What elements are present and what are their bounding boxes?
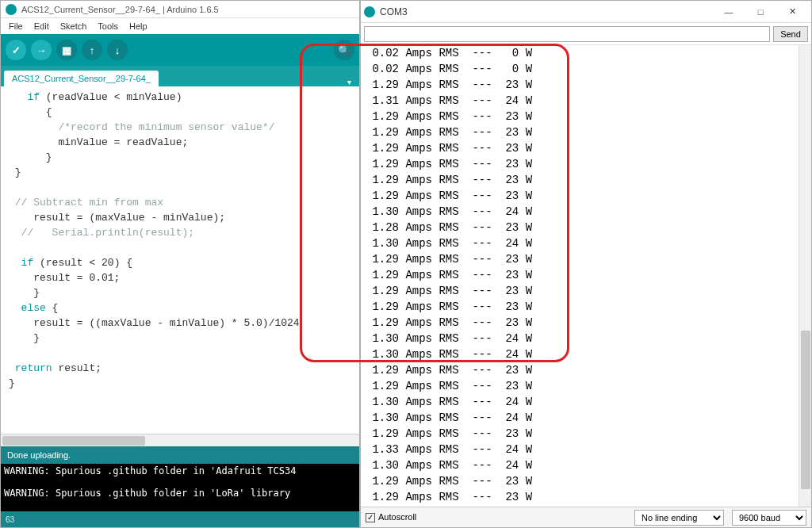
menu-file[interactable]: File: [4, 20, 28, 33]
serial-line: 1.29 Amps RMS --- 23 W: [366, 140, 811, 156]
console-line: WARNING: Spurious .github folder in 'LoR…: [4, 488, 290, 499]
ide-menubar: File Edit Sketch Tools Help: [1, 18, 359, 34]
serial-line: 1.29 Amps RMS --- 23 W: [366, 124, 811, 140]
serial-output[interactable]: 0.02 Amps RMS --- 0 W 0.02 Amps RMS --- …: [361, 45, 811, 507]
arrow-right-icon: →: [36, 44, 47, 56]
serial-monitor-button[interactable]: 🔍: [334, 40, 354, 60]
ide-toolbar: ✓ → ▦ ↑ ↓ 🔍: [1, 34, 359, 66]
menu-tools[interactable]: Tools: [93, 20, 123, 33]
code-text: }: [9, 151, 52, 163]
arduino-ide-window: ACS12_Current_Sensor__29-7-64_ | Arduino…: [0, 0, 360, 528]
serial-line: 0.02 Amps RMS --- 0 W: [366, 45, 811, 61]
scrollbar-thumb[interactable]: [801, 331, 810, 489]
code-text: result = (maxValue - minValue);: [9, 212, 225, 224]
monitor-icon: 🔍: [338, 44, 350, 56]
arduino-logo-icon: [364, 6, 375, 17]
ide-console[interactable]: WARNING: Spurious .github folder in 'Ada…: [1, 464, 359, 511]
send-button[interactable]: Send: [773, 26, 808, 42]
checkbox-icon: ✓: [366, 513, 375, 522]
serial-line: 1.29 Amps RMS --- 23 W: [366, 473, 811, 489]
code-text: (result < 20) {: [33, 257, 132, 269]
code-comment: /*record the minimum sensor value*/: [58, 121, 274, 133]
save-icon: ↓: [115, 44, 121, 56]
serial-line: 1.29 Amps RMS --- 23 W: [366, 378, 811, 394]
tab-menu-button[interactable]: ▾: [343, 78, 356, 86]
new-icon: ▦: [62, 44, 71, 56]
save-button[interactable]: ↓: [107, 40, 128, 60]
line-ending-select[interactable]: No line ending: [634, 510, 724, 526]
code-text: (readValue < minValue): [40, 91, 182, 103]
new-button[interactable]: ▦: [56, 40, 77, 60]
serial-monitor-window: COM3 — □ ✕ Send 0.02 Amps RMS --- 0 W 0.…: [360, 0, 812, 528]
horizontal-scrollbar[interactable]: [1, 434, 359, 446]
code-text: minValue = readValue;: [9, 136, 188, 148]
serial-line: 1.29 Amps RMS --- 23 W: [366, 172, 811, 188]
code-kw: if: [9, 91, 40, 103]
code-text: result = 0.01;: [9, 272, 120, 284]
baud-select[interactable]: 9600 baud: [732, 510, 806, 526]
close-button[interactable]: ✕: [776, 2, 808, 21]
code-kw: return: [9, 362, 52, 374]
code-text: }: [9, 287, 40, 299]
serial-title: COM3: [380, 6, 408, 17]
scrollbar-thumb[interactable]: [2, 436, 145, 446]
sketch-tab[interactable]: ACS12_Current_Sensor__29-7-64_: [4, 71, 159, 86]
serial-line: 1.29 Amps RMS --- 23 W: [366, 77, 811, 93]
menu-edit[interactable]: Edit: [29, 20, 54, 33]
code-comment: // Serial.println(result);: [21, 227, 194, 239]
chevron-down-icon: ▾: [347, 78, 351, 86]
serial-line: 1.30 Amps RMS --- 24 W: [366, 346, 811, 362]
code-text: }: [9, 166, 21, 178]
serial-line: 1.29 Amps RMS --- 23 W: [366, 109, 811, 124]
vertical-scrollbar[interactable]: [799, 45, 811, 507]
arduino-logo-icon: [6, 4, 17, 15]
open-icon: ↑: [90, 44, 95, 56]
serial-line: 1.31 Amps RMS --- 24 W: [366, 93, 811, 109]
serial-input[interactable]: [364, 26, 770, 42]
serial-line: 1.30 Amps RMS --- 24 W: [366, 457, 811, 473]
code-text: result;: [52, 362, 102, 374]
serial-line: 1.29 Amps RMS --- 23 W: [366, 156, 811, 172]
serial-line: 1.30 Amps RMS --- 24 W: [366, 394, 811, 410]
line-number: 63: [6, 515, 14, 524]
code-editor[interactable]: if (readValue < minValue) { /*record the…: [1, 86, 359, 434]
menu-sketch[interactable]: Sketch: [56, 20, 92, 33]
serial-send-row: Send: [361, 23, 811, 45]
code-kw: else: [9, 302, 46, 314]
ide-title: ACS12_Current_Sensor__29-7-64_ | Arduino…: [21, 5, 219, 14]
serial-line: 1.29 Amps RMS --- 23 W: [366, 315, 811, 331]
code-text: [9, 227, 21, 239]
status-text: Done uploading.: [7, 450, 71, 460]
serial-line: 0.02 Amps RMS --- 0 W: [366, 61, 811, 77]
code-text: }: [9, 377, 15, 389]
minimize-button[interactable]: —: [713, 2, 745, 21]
verify-button[interactable]: ✓: [6, 40, 26, 60]
autoscroll-checkbox[interactable]: ✓Autoscroll: [366, 512, 416, 522]
ide-titlebar[interactable]: ACS12_Current_Sensor__29-7-64_ | Arduino…: [1, 1, 359, 18]
code-text: }: [9, 332, 40, 344]
ide-status-bar: Done uploading.: [1, 446, 359, 464]
maximize-button[interactable]: □: [745, 2, 776, 21]
check-icon: ✓: [12, 44, 21, 56]
serial-line: 1.30 Amps RMS --- 24 W: [366, 331, 811, 346]
serial-line: 1.29 Amps RMS --- 23 W: [366, 251, 811, 267]
ide-tabstrip: ACS12_Current_Sensor__29-7-64_ ▾: [1, 66, 359, 86]
serial-titlebar[interactable]: COM3 — □ ✕: [361, 1, 811, 23]
serial-line: 1.33 Amps RMS --- 24 W: [366, 442, 811, 457]
serial-line: 1.30 Amps RMS --- 24 W: [366, 204, 811, 220]
open-button[interactable]: ↑: [82, 40, 102, 60]
upload-button[interactable]: →: [31, 40, 52, 60]
code-comment: // Subtract min from max: [15, 197, 163, 209]
serial-line: 1.30 Amps RMS --- 24 W: [366, 410, 811, 426]
autoscroll-label: Autoscroll: [378, 512, 416, 522]
console-line: WARNING: Spurious .github folder in 'Ada…: [4, 465, 296, 476]
code-text: result = ((maxValue - minValue) * 5.0)/1…: [9, 317, 300, 329]
menu-help[interactable]: Help: [124, 20, 152, 33]
serial-line: 1.28 Amps RMS --- 23 W: [366, 220, 811, 235]
minimize-icon: —: [725, 7, 733, 17]
serial-line: 1.29 Amps RMS --- 23 W: [366, 362, 811, 378]
serial-line: 1.29 Amps RMS --- 23 W: [366, 299, 811, 315]
ide-footer: 63: [1, 511, 359, 527]
serial-line: 1.29 Amps RMS --- 23 W: [366, 188, 811, 204]
maximize-icon: □: [758, 7, 764, 17]
